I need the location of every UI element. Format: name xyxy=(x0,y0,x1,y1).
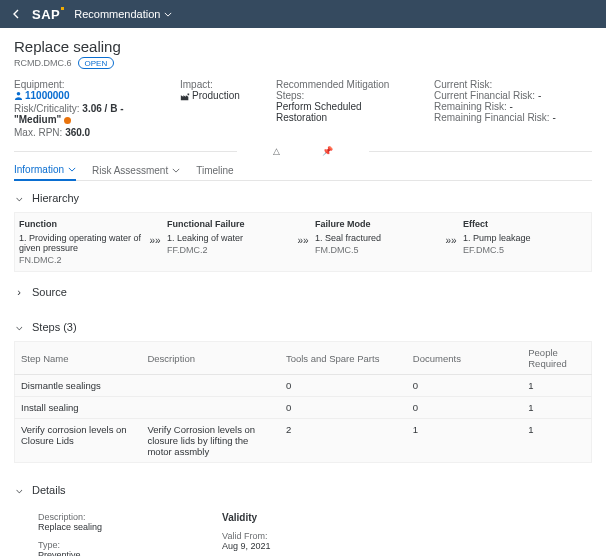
table-cell: Verify Corrosion levels on closure lids … xyxy=(141,419,279,463)
hierarchy-function-label: Function xyxy=(19,219,143,229)
maxrpn-label: Max. RPN: xyxy=(14,127,62,138)
back-button[interactable] xyxy=(10,7,22,22)
table-cell: 0 xyxy=(280,375,407,397)
col-documents: Documents xyxy=(407,342,522,375)
remaining-risk-value: - xyxy=(510,101,513,112)
remaining-risk-label: Remaining Risk: xyxy=(434,101,507,112)
hierarchy-function-item: 1. Providing operating water of given pr… xyxy=(19,233,143,265)
mitigation-label: Recommended Mitigation Steps: xyxy=(276,79,389,101)
section-source: ›Source xyxy=(14,282,592,310)
current-fin-risk-label: Current Financial Risk: xyxy=(434,90,535,101)
details-validfrom-value: Aug 9, 2021 xyxy=(222,541,276,551)
table-cell: Dismantle sealings xyxy=(15,375,142,397)
table-cell: 0 xyxy=(407,397,522,419)
details-type-value: Preventive xyxy=(38,550,102,556)
hierarchy-mode-label: Failure Mode xyxy=(315,219,439,229)
details-description-value: Replace sealing xyxy=(38,522,102,532)
section-header-hierarchy[interactable]: ⌵Hierarchy xyxy=(14,191,592,204)
page-title: Replace sealing xyxy=(14,38,592,55)
hierarchy-effect-label: Effect xyxy=(463,219,587,229)
tab-bar: Information Risk Assessment Timeline xyxy=(14,160,592,181)
object-header: Replace sealing RCMD.DMC.6 OPEN Equipmen… xyxy=(14,38,592,156)
table-row[interactable]: Dismantle sealings001 xyxy=(15,375,592,397)
table-cell: 0 xyxy=(407,375,522,397)
remaining-fin-risk-label: Remaining Financial Risk: xyxy=(434,112,550,123)
table-cell: Verify corrosion levels on Closure Lids xyxy=(15,419,142,463)
table-cell: 2 xyxy=(280,419,407,463)
section-steps: ⌵Steps (3) Step Name Description Tools a… xyxy=(14,310,592,473)
chevron-down-icon xyxy=(164,12,172,17)
chevron-down-icon xyxy=(172,168,180,173)
chevron-down-icon: ⌵ xyxy=(14,483,24,496)
svg-point-0 xyxy=(17,92,21,96)
impact-value: Production xyxy=(180,90,250,101)
impact-label: Impact: xyxy=(180,79,213,90)
header-collapse-bar[interactable]: △ 📌 xyxy=(14,146,592,156)
chevron-down-icon: ⌵ xyxy=(14,191,24,204)
equipment-link[interactable]: 11000000 xyxy=(14,90,154,101)
col-description: Description xyxy=(141,342,279,375)
chevron-down-icon xyxy=(68,167,76,172)
tab-information[interactable]: Information xyxy=(14,160,76,181)
table-row[interactable]: Install sealing001 xyxy=(15,397,592,419)
maxrpn-value: 360.0 xyxy=(65,127,90,138)
hierarchy-arrow-icon: »» xyxy=(143,219,167,246)
remaining-fin-risk-value: - xyxy=(552,112,555,123)
col-tools: Tools and Spare Parts xyxy=(280,342,407,375)
details-type-label: Type: xyxy=(38,540,102,550)
sap-logo: SAP xyxy=(32,7,64,22)
tab-timeline[interactable]: Timeline xyxy=(196,160,233,180)
chevron-up-icon: △ xyxy=(273,146,280,156)
table-cell xyxy=(141,397,279,419)
hierarchy-arrow-icon: »» xyxy=(291,219,315,246)
shell-bar: SAP Recommendation xyxy=(0,0,606,28)
person-icon xyxy=(14,91,23,100)
table-cell: 1 xyxy=(522,397,591,419)
col-people: People Required xyxy=(522,342,591,375)
object-id: RCMD.DMC.6 xyxy=(14,58,72,68)
equipment-label: Equipment: xyxy=(14,79,65,90)
mitigation-value: Perform Scheduled Restoration xyxy=(276,101,408,123)
chevron-right-icon: › xyxy=(14,286,24,298)
hierarchy-mode-item: 1. Seal fracturedFM.DMC.5 xyxy=(315,233,439,255)
details-validfrom-label: Valid From: xyxy=(222,531,276,541)
table-cell: 1 xyxy=(522,375,591,397)
section-details: ⌵Details Description: Replace sealing Ty… xyxy=(14,473,592,556)
factory-icon xyxy=(180,91,190,101)
table-cell: 1 xyxy=(522,419,591,463)
current-risk-label: Current Risk: xyxy=(434,79,492,90)
section-header-details[interactable]: ⌵Details xyxy=(14,483,592,496)
col-step-name: Step Name xyxy=(15,342,142,375)
steps-table: Step Name Description Tools and Spare Pa… xyxy=(14,341,592,463)
section-header-source[interactable]: ›Source xyxy=(14,286,592,298)
hierarchy-failure-item: 1. Leaking of waterFF.DMC.2 xyxy=(167,233,291,255)
hierarchy-effect-item: 1. Pump leakageEF.DMC.5 xyxy=(463,233,587,255)
details-validity-header: Validity xyxy=(222,512,276,523)
section-hierarchy: ⌵Hierarchy Function 1. Providing operati… xyxy=(14,181,592,282)
risk-medium-icon xyxy=(64,117,71,124)
section-header-steps[interactable]: ⌵Steps (3) xyxy=(14,320,592,333)
tab-risk-assessment[interactable]: Risk Assessment xyxy=(92,160,180,180)
app-title[interactable]: Recommendation xyxy=(74,8,172,20)
status-badge: OPEN xyxy=(78,57,115,69)
risk-label: Risk/Criticality: xyxy=(14,103,80,114)
table-cell: Install sealing xyxy=(15,397,142,419)
current-fin-risk-value: - xyxy=(538,90,541,101)
chevron-down-icon: ⌵ xyxy=(14,320,24,333)
hierarchy-arrow-icon: »» xyxy=(439,219,463,246)
pin-icon: 📌 xyxy=(322,146,333,156)
details-description-label: Description: xyxy=(38,512,102,522)
table-row[interactable]: Verify corrosion levels on Closure LidsV… xyxy=(15,419,592,463)
table-cell: 1 xyxy=(407,419,522,463)
table-cell xyxy=(141,375,279,397)
table-cell: 0 xyxy=(280,397,407,419)
hierarchy-failure-label: Functional Failure xyxy=(167,219,291,229)
